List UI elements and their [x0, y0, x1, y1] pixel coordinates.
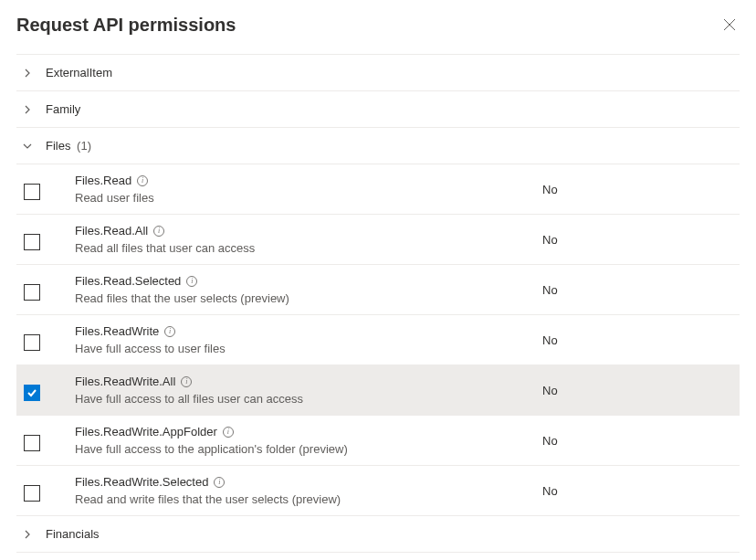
permission-checkbox[interactable]: [24, 485, 40, 502]
permission-name-row: Files.ReadWrite.All i: [75, 375, 524, 388]
chevron-right-icon: [22, 104, 33, 115]
close-button[interactable]: [719, 15, 740, 35]
group-label: Files (1): [46, 139, 91, 153]
permission-row: Files.Read i Read user files No: [16, 164, 740, 215]
permission-name: Files.Read: [75, 174, 131, 187]
permission-row: Files.ReadWrite.All i Have full access t…: [16, 365, 740, 416]
checkbox-cell: [22, 178, 75, 200]
info-icon[interactable]: i: [214, 477, 225, 488]
checkbox-cell: [22, 228, 75, 250]
permission-name-row: Files.ReadWrite.AppFolder i: [75, 425, 524, 438]
permission-name: Files.Read.Selected: [75, 274, 181, 288]
permission-name-row: Files.ReadWrite i: [75, 324, 524, 338]
permission-row: Files.ReadWrite.AppFolder i Have full ac…: [16, 416, 740, 466]
checkbox-cell: [22, 379, 75, 401]
permission-checkbox[interactable]: [24, 234, 40, 250]
admin-consent: No: [524, 183, 734, 196]
permission-main: Files.ReadWrite.AppFolder i Have full ac…: [75, 425, 524, 456]
permission-name: Files.ReadWrite.Selected: [75, 475, 208, 489]
chevron-down-icon: [22, 141, 33, 152]
permission-main: Files.ReadWrite.All i Have full access t…: [75, 375, 524, 406]
permission-name: Files.ReadWrite.All: [75, 375, 175, 388]
info-icon[interactable]: i: [164, 326, 175, 337]
permission-main: Files.ReadWrite i Have full access to us…: [75, 324, 524, 355]
admin-consent: No: [524, 283, 734, 297]
permission-name-row: Files.Read.Selected i: [75, 274, 524, 288]
checkbox-cell: [22, 429, 75, 451]
permission-checkbox[interactable]: [24, 184, 40, 200]
info-icon[interactable]: i: [223, 427, 234, 438]
admin-consent: No: [524, 384, 734, 397]
group-family: Family: [16, 91, 740, 128]
permission-list: Files.Read i Read user files No Files.Re…: [16, 164, 740, 515]
admin-consent: No: [524, 233, 734, 247]
info-icon[interactable]: i: [153, 226, 164, 237]
permission-name: Files.ReadWrite.AppFolder: [75, 425, 217, 438]
permission-row: Files.Read.Selected i Read files that th…: [16, 265, 740, 315]
permission-description: Read all files that user can access: [75, 241, 524, 255]
permission-row: Files.ReadWrite i Have full access to us…: [16, 315, 740, 365]
permission-checkbox[interactable]: [24, 385, 40, 401]
info-icon[interactable]: i: [137, 175, 148, 186]
group-financials: Financials: [16, 516, 740, 553]
panel-title: Request API permissions: [16, 15, 236, 36]
admin-consent: No: [524, 484, 734, 498]
permission-name-row: Files.ReadWrite.Selected i: [75, 475, 524, 489]
permission-description: Have full access to user files: [75, 342, 524, 355]
group-name: ExternalItem: [46, 66, 112, 79]
permission-main: Files.Read i Read user files: [75, 174, 524, 205]
group-externalitem: ExternalItem: [16, 55, 740, 91]
info-icon[interactable]: i: [181, 376, 192, 387]
group-header-financials[interactable]: Financials: [16, 516, 740, 552]
checkbox-cell: [22, 279, 75, 301]
permission-checkbox[interactable]: [24, 284, 40, 301]
info-icon[interactable]: i: [186, 276, 197, 287]
group-name: Family: [46, 102, 80, 116]
permission-description: Have full access to all files user can a…: [75, 392, 524, 406]
checkmark-icon: [26, 387, 37, 398]
permission-main: Files.ReadWrite.Selected i Read and writ…: [75, 475, 524, 506]
group-count: (1): [77, 139, 91, 153]
permission-description: Have full access to the application's fo…: [75, 442, 524, 456]
group-name: Files: [46, 139, 70, 153]
permission-row: Files.ReadWrite.Selected i Read and writ…: [16, 466, 740, 515]
admin-consent: No: [524, 333, 734, 347]
permission-name-row: Files.Read i: [75, 174, 524, 187]
permission-main: Files.Read.Selected i Read files that th…: [75, 274, 524, 305]
admin-consent: No: [524, 434, 734, 448]
permission-row: Files.Read.All i Read all files that use…: [16, 215, 740, 265]
permission-description: Read files that the user selects (previe…: [75, 291, 524, 305]
permission-main: Files.Read.All i Read all files that use…: [75, 224, 524, 255]
permission-description: Read user files: [75, 191, 524, 205]
group-header-files[interactable]: Files (1): [16, 128, 740, 164]
checkbox-cell: [22, 329, 75, 351]
api-permissions-panel: Request API permissions ExternalItem: [0, 0, 756, 553]
checkbox-cell: [22, 480, 75, 502]
permission-name-row: Files.Read.All i: [75, 224, 524, 238]
group-name: Financials: [46, 527, 100, 541]
permission-checkbox[interactable]: [24, 435, 40, 451]
panel-header: Request API permissions: [16, 15, 740, 54]
close-icon: [723, 18, 736, 31]
permission-description: Read and write files that the user selec…: [75, 492, 524, 506]
group-files: Files (1) Files.Read i Read user files: [16, 128, 740, 516]
permission-groups: ExternalItem Family Files (1): [16, 54, 740, 553]
chevron-right-icon: [22, 529, 33, 540]
group-header-family[interactable]: Family: [16, 91, 740, 127]
chevron-right-icon: [22, 68, 33, 79]
permission-checkbox[interactable]: [24, 334, 40, 351]
group-header-externalitem[interactable]: ExternalItem: [16, 55, 740, 90]
permission-name: Files.ReadWrite: [75, 324, 159, 338]
permission-name: Files.Read.All: [75, 224, 148, 238]
